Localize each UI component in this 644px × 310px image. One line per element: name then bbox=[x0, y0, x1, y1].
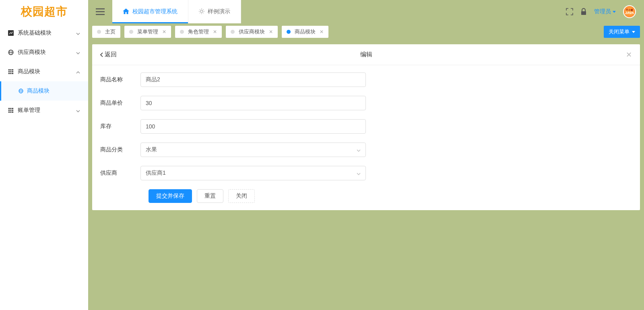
hamburger-icon bbox=[96, 8, 105, 15]
close-icon[interactable]: ✕ bbox=[213, 29, 217, 35]
logo-text: 校园超市 bbox=[21, 4, 68, 19]
sidebar-item-bill[interactable]: 账单管理 bbox=[0, 101, 88, 120]
sidebar-item-system-base[interactable]: 系统基础模块 bbox=[0, 23, 88, 43]
supplier-select[interactable]: 供应商1 bbox=[140, 166, 366, 180]
svg-line-10 bbox=[200, 12, 200, 13]
stock-input[interactable] bbox=[140, 119, 366, 134]
price-label: 商品单价 bbox=[92, 99, 140, 107]
close-icon[interactable]: ✕ bbox=[269, 29, 273, 35]
menu-toggle-button[interactable] bbox=[88, 0, 112, 23]
dashboard-icon bbox=[8, 30, 14, 36]
svg-line-11 bbox=[203, 9, 204, 10]
svg-rect-19 bbox=[12, 69, 13, 70]
chevron-up-icon bbox=[76, 68, 80, 75]
dot-icon bbox=[180, 30, 184, 34]
close-label: 关闭 bbox=[236, 192, 247, 200]
page-tab-label: 角色管理 bbox=[188, 28, 209, 35]
svg-rect-12 bbox=[581, 11, 586, 15]
main-area: 主页 菜单管理 ✕ 角色管理 ✕ 供应商模块 ✕ 商品模块 ✕ bbox=[88, 23, 644, 310]
tab-demo[interactable]: 样例演示 bbox=[188, 0, 241, 23]
svg-rect-30 bbox=[10, 108, 12, 109]
close-menu-label: 关闭菜单 bbox=[609, 28, 630, 35]
back-button[interactable]: 返回 bbox=[100, 51, 117, 58]
globe-icon bbox=[8, 50, 14, 55]
sidebar-item-product[interactable]: 商品模块 bbox=[0, 62, 88, 81]
page-tab-label: 商品模块 bbox=[295, 28, 316, 35]
panel-close-button[interactable]: ✕ bbox=[626, 50, 632, 59]
header: 校园超市 校园超市管理系统 样例演示 管理员 千小哲 bbox=[0, 0, 644, 23]
fullscreen-icon bbox=[566, 8, 573, 15]
chevron-down-icon bbox=[76, 49, 80, 56]
svg-rect-31 bbox=[12, 108, 13, 109]
user-menu[interactable]: 管理员 bbox=[594, 8, 616, 15]
submit-button[interactable]: 提交并保存 bbox=[149, 189, 192, 203]
close-menu-button[interactable]: 关闭菜单 bbox=[604, 26, 640, 38]
svg-rect-17 bbox=[8, 69, 10, 70]
tab-label: 校园超市管理系统 bbox=[132, 8, 178, 15]
chevron-down-icon bbox=[76, 107, 80, 114]
avatar[interactable]: 千小哲 JAVA bbox=[623, 5, 636, 18]
page-tabs-bar: 主页 菜单管理 ✕ 角色管理 ✕ 供应商模块 ✕ 商品模块 ✕ bbox=[88, 23, 644, 40]
fullscreen-button[interactable] bbox=[566, 8, 573, 15]
svg-rect-23 bbox=[8, 73, 10, 74]
form-row-price: 商品单价 bbox=[92, 96, 640, 110]
page-tab-label: 主页 bbox=[105, 28, 116, 35]
layout: 系统基础模块 供应商模块 商品模块 bbox=[0, 23, 644, 310]
close-icon[interactable]: ✕ bbox=[162, 29, 166, 35]
price-input[interactable] bbox=[140, 96, 366, 110]
reset-label: 重置 bbox=[204, 192, 216, 200]
sidebar-item-label: 供应商模块 bbox=[18, 49, 46, 56]
name-label: 商品名称 bbox=[92, 76, 140, 83]
page-tab-label: 供应商模块 bbox=[239, 28, 265, 35]
page-tab-supplier[interactable]: 供应商模块 ✕ bbox=[226, 26, 278, 38]
page-tab-role-mgmt[interactable]: 角色管理 ✕ bbox=[175, 26, 222, 38]
sidebar-item-label: 商品模块 bbox=[18, 68, 40, 75]
dot-icon bbox=[97, 30, 101, 34]
content: 返回 编辑 ✕ 商品名称 商品单价 bbox=[88, 40, 644, 310]
edit-form: 商品名称 商品单价 库存 bbox=[92, 65, 640, 210]
svg-rect-32 bbox=[8, 110, 10, 111]
svg-rect-20 bbox=[8, 71, 10, 72]
form-row-supplier: 供应商 供应商1 bbox=[92, 166, 640, 180]
logo: 校园超市 bbox=[0, 0, 88, 23]
chevron-down-icon bbox=[357, 147, 361, 153]
user-name: 管理员 bbox=[594, 8, 611, 15]
svg-rect-37 bbox=[12, 112, 13, 113]
close-icon[interactable]: ✕ bbox=[320, 29, 324, 35]
svg-rect-25 bbox=[12, 73, 13, 74]
chevron-down-icon bbox=[76, 30, 80, 36]
tab-system[interactable]: 校园超市管理系统 bbox=[112, 0, 188, 23]
lock-icon bbox=[580, 8, 587, 15]
name-input[interactable] bbox=[140, 72, 366, 87]
close-button[interactable]: 关闭 bbox=[228, 189, 255, 203]
page-tab-home[interactable]: 主页 bbox=[92, 26, 120, 38]
svg-rect-29 bbox=[8, 108, 10, 109]
sidebar: 系统基础模块 供应商模块 商品模块 bbox=[0, 23, 88, 310]
home-icon bbox=[123, 8, 129, 15]
grid-icon bbox=[8, 107, 14, 113]
form-actions: 提交并保存 重置 关闭 bbox=[100, 189, 640, 203]
card-header: 返回 编辑 ✕ bbox=[92, 44, 640, 65]
sidebar-item-supplier[interactable]: 供应商模块 bbox=[0, 43, 88, 62]
sidebar-sub-product[interactable]: 商品模块 bbox=[0, 81, 88, 101]
page-tab-label: 菜单管理 bbox=[137, 28, 158, 35]
dot-icon bbox=[129, 30, 133, 34]
category-value: 水果 bbox=[146, 146, 157, 153]
supplier-label: 供应商 bbox=[92, 169, 140, 177]
dot-icon bbox=[231, 30, 235, 34]
top-tabs: 校园超市管理系统 样例演示 bbox=[112, 0, 558, 23]
page-tab-menu-mgmt[interactable]: 菜单管理 ✕ bbox=[124, 26, 171, 38]
form-row-category: 商品分类 水果 bbox=[92, 143, 640, 157]
page-tab-product[interactable]: 商品模块 ✕ bbox=[282, 26, 328, 38]
svg-rect-24 bbox=[10, 73, 12, 74]
stock-label: 库存 bbox=[92, 123, 140, 130]
reset-button[interactable]: 重置 bbox=[197, 189, 223, 203]
category-select[interactable]: 水果 bbox=[140, 143, 366, 157]
svg-line-9 bbox=[203, 12, 204, 13]
svg-rect-34 bbox=[12, 110, 13, 111]
header-right: 管理员 千小哲 JAVA bbox=[558, 0, 644, 23]
submit-label: 提交并保存 bbox=[156, 192, 184, 200]
grid-icon bbox=[8, 69, 14, 74]
lock-button[interactable] bbox=[580, 8, 587, 15]
sidebar-item-label: 账单管理 bbox=[18, 107, 40, 114]
